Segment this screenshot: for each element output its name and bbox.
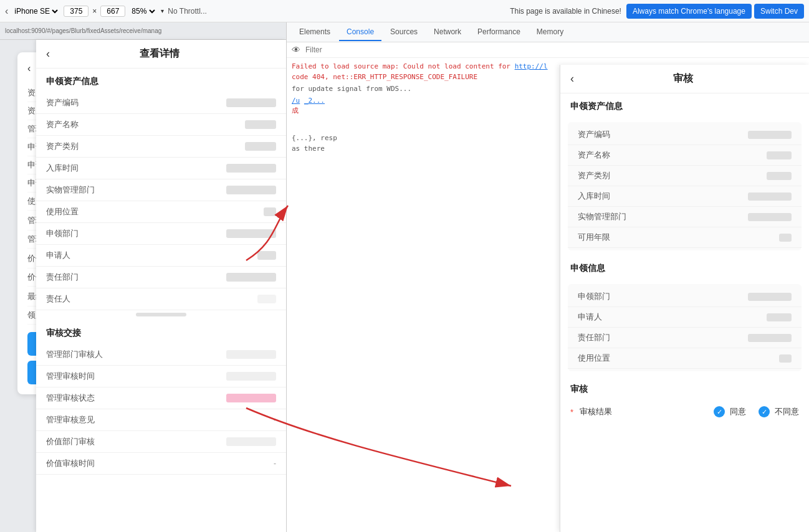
device-select[interactable]: iPhone SE <box>12 6 60 16</box>
disagree-check-icon[interactable]: ✓ <box>759 406 770 417</box>
detail-asset-code-value <box>226 98 276 107</box>
detail-resp-person-label: 责任人 <box>46 293 70 305</box>
detail-section1-title: 申领资产信息 <box>36 69 286 92</box>
detail-resp-person-row: 责任人 <box>36 288 286 310</box>
audit-resp-dept-row: 责任部门 <box>568 328 802 348</box>
detail-mgmt-review-time-value <box>226 372 276 381</box>
filter-input[interactable] <box>305 45 804 54</box>
always-match-button[interactable]: Always match Chrome's language <box>626 4 752 19</box>
audit-physical-mgmt-row: 实物管理部门 <box>568 207 802 227</box>
filter-bar: 👁 <box>287 42 809 58</box>
error-text-1: Failed to load source map: Could not loa… <box>292 62 548 70</box>
detail-mgmt-review-status-value <box>226 394 276 402</box>
detail-mgmt-reviewer-row: 管理部门审核人 <box>36 344 286 366</box>
main-area: localhost:9090/#/pages/Blurb/fixedAssets… <box>0 22 809 532</box>
detail-mgmt-review-status-row: 管理审核状态 <box>36 387 286 409</box>
device-controls: ‹ iPhone SE 375 × 667 85% ▾ No Throttl..… <box>5 6 207 17</box>
audit-usable-years-row: 可用年限 <box>568 227 802 248</box>
audit-applicant-row: 申请人 <box>568 307 802 328</box>
audit-applicant-label: 申请人 <box>578 311 602 323</box>
detail-panel-header: ‹ 查看详情 <box>36 40 286 69</box>
detail-asset-type-row: 资产类别 <box>36 136 286 158</box>
height-input[interactable]: 667 <box>100 6 125 17</box>
tab-sources[interactable]: Sources <box>383 24 425 41</box>
disagree-label[interactable]: 不同意 <box>775 406 799 417</box>
audit-asset-name-label: 资产名称 <box>578 150 610 161</box>
audit-panel: ‹ 审核 申领资产信息 资产编码 资产名称 资产类别 入库时间 <box>560 65 809 532</box>
detail-use-loc-row: 使用位置 <box>36 201 286 223</box>
width-input[interactable]: 375 <box>64 6 89 17</box>
extra-text-3: 成 <box>292 107 299 115</box>
tab-elements[interactable]: Elements <box>292 24 338 41</box>
tab-performance[interactable]: Performance <box>470 24 528 41</box>
language-controls: This page is available in Chinese! Alway… <box>510 4 804 19</box>
audit-section2-title: 申领信息 <box>560 255 809 279</box>
audit-apply-dept-row: 申领部门 <box>568 287 802 307</box>
audit-physical-mgmt-value <box>748 213 792 221</box>
detail-applicant-row: 申请人 <box>36 245 286 267</box>
detail-apply-dept-label: 申领部门 <box>46 228 79 239</box>
visibility-icon[interactable]: 👁 <box>292 45 300 55</box>
detail-value-dept-review-value <box>226 437 276 446</box>
detail-value-dept-review-label: 价值部门审核 <box>46 436 95 447</box>
detail-mgmt-reviewer-value <box>226 350 276 359</box>
tab-console[interactable]: Console <box>339 24 381 41</box>
detail-mgmt-reviewer-label: 管理部门审核人 <box>46 349 103 360</box>
audit-asset-type-row: 资产类别 <box>568 166 802 186</box>
detail-use-loc-label: 使用位置 <box>46 206 79 217</box>
detail-section2-title: 审核交接 <box>36 320 286 344</box>
audit-asset-type-value <box>767 172 792 180</box>
detail-asset-code-row: 资产编码 <box>36 92 286 114</box>
tab-memory[interactable]: Memory <box>529 24 571 41</box>
audit-inbound-time-label: 入库时间 <box>578 191 610 202</box>
detail-asset-name-row: 资产名称 <box>36 114 286 136</box>
detail-back-button[interactable]: ‹ <box>46 47 50 60</box>
detail-resp-person-value <box>257 295 276 303</box>
error-link-1[interactable]: http://l <box>515 62 548 70</box>
audit-resp-dept-value <box>748 334 792 342</box>
detail-asset-type-label: 资产类别 <box>46 141 79 152</box>
back-nav-icon[interactable]: ‹ <box>5 6 8 17</box>
error-text-2: code 404, net::ERR_HTTP_RESPONSE_CODE_FA… <box>292 73 477 81</box>
audit-asset-name-row: 资产名称 <box>568 145 802 166</box>
zoom-dropdown-icon[interactable]: ▾ <box>161 7 164 14</box>
language-message: This page is available in Chinese! <box>510 7 621 16</box>
detail-resp-dept-row: 责任部门 <box>36 267 286 288</box>
audit-inbound-time-row: 入库时间 <box>568 186 802 207</box>
detail-mgmt-review-time-row: 管理审核时间 <box>36 366 286 387</box>
audit-panel-header: ‹ 审核 <box>560 65 809 93</box>
audit-section1-card: 资产编码 资产名称 资产类别 入库时间 实物管理部门 <box>568 122 802 250</box>
audit-use-loc-label: 使用位置 <box>578 353 610 364</box>
tab-network[interactable]: Network <box>426 24 469 41</box>
detail-asset-code-label: 资产编码 <box>46 97 79 108</box>
agree-check-icon[interactable]: ✓ <box>714 406 725 417</box>
detail-asset-name-label: 资产名称 <box>46 119 79 130</box>
detail-value-review-time-row: 价值审核时间 - <box>36 453 286 475</box>
page-back-button[interactable]: ‹ <box>27 63 31 74</box>
detail-inbound-time-value <box>226 164 276 173</box>
detail-resp-dept-value <box>226 273 276 282</box>
audit-asset-code-row: 资产编码 <box>568 125 802 145</box>
detail-mgmt-review-comment-value: - <box>274 416 276 424</box>
detail-apply-dept-value <box>226 229 276 238</box>
as-there-text: as there <box>292 145 325 153</box>
detail-asset-name-value <box>245 120 276 129</box>
phone-url-bar: localhost:9090/#/pages/Blurb/fixedAssets… <box>5 27 161 34</box>
switch-dev-button[interactable]: Switch Dev <box>754 4 804 19</box>
detail-value-review-time-value: - <box>274 459 276 468</box>
detail-apply-dept-row: 申领部门 <box>36 223 286 245</box>
extra-text-2: _2... <box>304 97 325 105</box>
zoom-select[interactable]: 85% <box>129 6 157 16</box>
detail-applicant-label: 申请人 <box>46 250 70 261</box>
audit-section2-card: 申领部门 申请人 责任部门 使用位置 <box>568 284 802 371</box>
audit-back-button[interactable]: ‹ <box>570 72 574 85</box>
devtools-tabs-bar: Elements Console Sources Network Perform… <box>287 22 809 42</box>
detail-value-dept-review-row: 价值部门审核 <box>36 431 286 453</box>
detail-physical-mgmt-label: 实物管理部门 <box>46 184 95 196</box>
code-text: {...}, resp <box>292 134 337 142</box>
agree-label[interactable]: 同意 <box>730 406 746 417</box>
audit-panel-title: 审核 <box>582 72 784 85</box>
detail-physical-mgmt-row: 实物管理部门 <box>36 179 286 201</box>
detail-applicant-value <box>257 251 276 260</box>
audit-apply-dept-label: 申领部门 <box>578 291 610 302</box>
